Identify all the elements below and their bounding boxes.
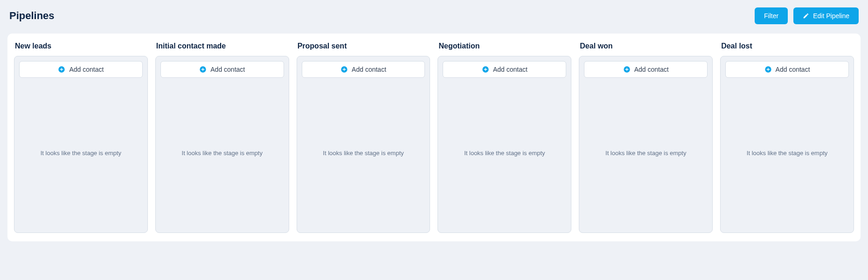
pipeline-column: Negotiation Add contact It looks like th…: [437, 42, 571, 233]
plus-circle-icon: [199, 66, 207, 73]
page-title: Pipelines: [9, 10, 55, 22]
column-title: Deal won: [579, 42, 713, 50]
empty-stage-text: It looks like the stage is empty: [747, 150, 827, 157]
pipeline-column: Proposal sent Add contact It looks like …: [297, 42, 431, 233]
column-title: Negotiation: [437, 42, 571, 50]
add-contact-label: Add contact: [634, 66, 669, 73]
pipeline-column: Initial contact made Add contact It look…: [155, 42, 289, 233]
edit-pipeline-button[interactable]: Edit Pipeline: [793, 7, 859, 24]
pipeline-stage[interactable]: Add contact It looks like the stage is e…: [155, 56, 289, 233]
header-actions: Filter Edit Pipeline: [755, 7, 859, 24]
add-contact-button[interactable]: Add contact: [725, 61, 849, 78]
column-title: New leads: [14, 42, 148, 50]
add-contact-label: Add contact: [69, 66, 104, 73]
empty-area: It looks like the stage is empty: [302, 78, 425, 228]
edit-pipeline-button-label: Edit Pipeline: [813, 12, 849, 20]
page-header: Pipelines Filter Edit Pipeline: [7, 7, 861, 24]
add-contact-label: Add contact: [352, 66, 386, 73]
pipeline-stage[interactable]: Add contact It looks like the stage is e…: [297, 56, 431, 233]
add-contact-button[interactable]: Add contact: [302, 61, 425, 78]
empty-stage-text: It looks like the stage is empty: [323, 150, 403, 157]
plus-circle-icon: [58, 66, 65, 73]
pencil-icon: [803, 13, 809, 19]
add-contact-label: Add contact: [776, 66, 810, 73]
pipeline-stage[interactable]: Add contact It looks like the stage is e…: [579, 56, 713, 233]
filter-button-label: Filter: [764, 12, 778, 20]
empty-stage-text: It looks like the stage is empty: [41, 150, 121, 157]
add-contact-button[interactable]: Add contact: [443, 61, 566, 78]
add-contact-label: Add contact: [493, 66, 528, 73]
pipeline-stage[interactable]: Add contact It looks like the stage is e…: [437, 56, 571, 233]
add-contact-button[interactable]: Add contact: [584, 61, 708, 78]
plus-circle-icon: [482, 66, 489, 73]
empty-stage-text: It looks like the stage is empty: [605, 150, 686, 157]
pipeline-stage[interactable]: Add contact It looks like the stage is e…: [720, 56, 854, 233]
empty-area: It looks like the stage is empty: [725, 78, 849, 228]
plus-circle-icon: [340, 66, 348, 73]
column-title: Proposal sent: [297, 42, 431, 50]
pipeline-stage[interactable]: Add contact It looks like the stage is e…: [14, 56, 148, 233]
empty-area: It looks like the stage is empty: [19, 78, 143, 228]
add-contact-button[interactable]: Add contact: [19, 61, 143, 78]
column-title: Initial contact made: [155, 42, 289, 50]
column-title: Deal lost: [720, 42, 854, 50]
pipeline-columns: New leads Add contact It looks like the …: [14, 42, 854, 233]
pipeline-board: New leads Add contact It looks like the …: [7, 34, 861, 241]
empty-area: It looks like the stage is empty: [443, 78, 566, 228]
pipeline-column: Deal won Add contact It looks like the s…: [579, 42, 713, 233]
empty-stage-text: It looks like the stage is empty: [464, 150, 545, 157]
pipeline-column: Deal lost Add contact It looks like the …: [720, 42, 854, 233]
empty-stage-text: It looks like the stage is empty: [182, 150, 263, 157]
add-contact-button[interactable]: Add contact: [160, 61, 284, 78]
add-contact-label: Add contact: [210, 66, 245, 73]
pipeline-column: New leads Add contact It looks like the …: [14, 42, 148, 233]
empty-area: It looks like the stage is empty: [584, 78, 708, 228]
plus-circle-icon: [764, 66, 772, 73]
plus-circle-icon: [623, 66, 631, 73]
empty-area: It looks like the stage is empty: [160, 78, 284, 228]
filter-button[interactable]: Filter: [755, 7, 788, 24]
